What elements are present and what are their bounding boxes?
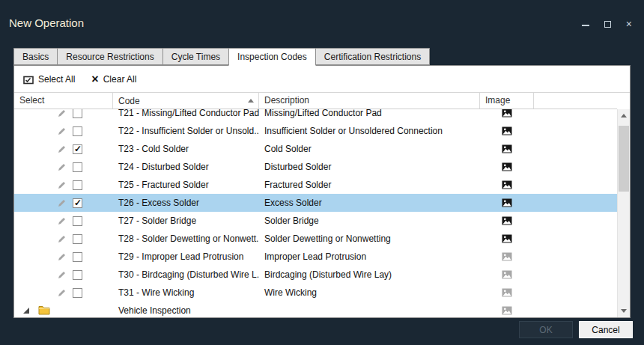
tab-certification-restrictions[interactable]: Certification Restrictions xyxy=(315,48,430,65)
maximize-icon xyxy=(604,21,611,28)
row-checkbox[interactable] xyxy=(73,162,82,172)
description-cell: Disturbed Solder xyxy=(259,162,480,172)
clear-all-icon: × xyxy=(91,74,98,85)
image-cell xyxy=(480,198,534,207)
select-cell xyxy=(14,288,113,298)
edit-pencil-icon xyxy=(57,270,67,280)
image-cell xyxy=(480,126,534,135)
column-header-code[interactable]: Code xyxy=(113,93,259,109)
vertical-scrollbar[interactable] xyxy=(617,109,630,317)
edit-pencil-icon xyxy=(57,288,67,298)
row-checkbox[interactable] xyxy=(73,252,82,262)
column-header-select[interactable]: Select xyxy=(14,93,113,109)
select-cell xyxy=(14,109,113,118)
window-controls: × xyxy=(582,19,632,29)
description-cell: Birdcaging (Disturbed Wire Lay) xyxy=(259,269,480,280)
minimize-icon xyxy=(582,25,589,26)
code-cell: T29 - Improper Lead Protrusion xyxy=(113,251,259,262)
code-cell: T27 - Solder Bridge xyxy=(113,216,259,226)
code-cell: T24 - Disturbed Solder xyxy=(113,162,259,172)
table-row[interactable]: T29 - Improper Lead Protrusion Improper … xyxy=(14,248,617,266)
table-row[interactable]: T21 - Missing/Lifted Conductor Pad Missi… xyxy=(14,109,617,122)
image-cell xyxy=(480,180,534,189)
image-icon xyxy=(502,180,512,189)
tab-basics[interactable]: Basics xyxy=(13,48,58,65)
image-icon xyxy=(502,252,512,261)
edit-pencil-icon xyxy=(57,144,67,154)
grid-header: Select Code Description Image xyxy=(14,93,617,109)
edit-pencil-icon xyxy=(57,109,67,118)
tab-inspection-codes[interactable]: Inspection Codes xyxy=(228,48,316,66)
description-cell: Missing/Lifted Conductor Pad xyxy=(259,109,480,118)
row-checkbox[interactable] xyxy=(73,270,82,280)
column-header-description[interactable]: Description xyxy=(259,93,480,109)
table-row[interactable]: T31 - Wire Wicking Wire Wicking xyxy=(14,284,617,302)
tab-cycle-times[interactable]: Cycle Times xyxy=(162,48,229,65)
edit-pencil-icon xyxy=(57,216,67,226)
tab-resource-restrictions[interactable]: Resource Restrictions xyxy=(57,48,162,65)
cancel-button[interactable]: Cancel xyxy=(579,321,633,338)
select-cell xyxy=(14,126,113,136)
select-cell xyxy=(14,162,113,172)
clear-all-button[interactable]: × Clear All xyxy=(91,74,136,85)
code-cell: T31 - Wire Wicking xyxy=(113,287,259,298)
scrollbar-thumb[interactable] xyxy=(619,126,629,192)
image-icon xyxy=(502,126,512,135)
image-cell xyxy=(480,234,534,243)
image-cell xyxy=(480,270,534,279)
select-all-button[interactable]: Select All xyxy=(23,74,75,85)
row-checkbox[interactable] xyxy=(73,216,82,226)
close-button[interactable]: × xyxy=(626,19,632,29)
image-icon xyxy=(502,216,512,225)
edit-pencil-icon xyxy=(57,162,67,172)
edit-pencil-icon xyxy=(57,252,67,262)
inspection-codes-panel: Select All × Clear All Select Code Descr… xyxy=(13,65,631,318)
scroll-up-button[interactable] xyxy=(618,109,630,122)
row-checkbox[interactable] xyxy=(73,234,82,244)
ok-button[interactable]: OK xyxy=(519,321,573,338)
code-cell: T26 - Excess Solder xyxy=(113,198,259,208)
row-checkbox[interactable] xyxy=(73,288,82,298)
group-expander-icon[interactable] xyxy=(23,308,29,314)
maximize-button[interactable] xyxy=(604,19,611,28)
grid-rows-viewport: T21 - Missing/Lifted Conductor Pad Missi… xyxy=(14,109,617,317)
table-row[interactable]: T28 - Solder Dewetting or Nonwett... Sol… xyxy=(14,230,617,248)
description-cell: Excess Solder xyxy=(259,198,480,208)
code-cell: T22 - Insufficient Solder or Unsold... xyxy=(113,126,259,136)
scroll-down-button[interactable] xyxy=(618,305,630,317)
table-row[interactable]: T22 - Insufficient Solder or Unsold... I… xyxy=(14,122,617,140)
row-checkbox[interactable] xyxy=(73,198,82,208)
description-cell: Solder Bridge xyxy=(259,216,480,226)
clear-all-label: Clear All xyxy=(103,74,137,85)
dialog-footer: OK Cancel xyxy=(519,321,633,338)
table-row[interactable]: T26 - Excess Solder Excess Solder xyxy=(14,194,617,212)
folder-icon xyxy=(38,305,50,315)
row-checkbox[interactable] xyxy=(73,144,82,154)
description-cell: Improper Lead Protrusion xyxy=(259,251,480,262)
description-cell: Wire Wicking xyxy=(259,287,480,298)
image-icon xyxy=(502,144,512,153)
table-row[interactable]: T30 - Birdcaging (Disturbed Wire L... Bi… xyxy=(14,266,617,284)
row-checkbox[interactable] xyxy=(73,109,82,118)
select-all-icon xyxy=(23,75,34,84)
row-checkbox[interactable] xyxy=(73,180,82,190)
select-cell xyxy=(14,180,113,190)
minimize-button[interactable] xyxy=(582,19,589,26)
column-header-image[interactable]: Image xyxy=(480,93,534,109)
code-cell: T21 - Missing/Lifted Conductor Pad xyxy=(113,109,259,118)
table-row[interactable]: T27 - Solder Bridge Solder Bridge xyxy=(14,212,617,230)
select-cell xyxy=(14,198,113,208)
table-row[interactable]: T23 - Cold Solder Cold Solder xyxy=(14,140,617,158)
edit-pencil-icon xyxy=(57,234,67,244)
row-checkbox[interactable] xyxy=(73,126,82,136)
select-cell xyxy=(14,216,113,226)
group-row-vehicle-inspection[interactable]: Vehicle Inspection xyxy=(14,302,617,317)
window-title: New Operation xyxy=(9,16,84,29)
scroll-down-icon xyxy=(621,309,627,313)
table-row[interactable]: T25 - Fractured Solder Fractured Solder xyxy=(14,176,617,194)
table-row[interactable]: T24 - Disturbed Solder Disturbed Solder xyxy=(14,158,617,176)
image-icon xyxy=(502,162,512,171)
grid-toolbar: Select All × Clear All xyxy=(14,66,630,93)
scroll-up-icon xyxy=(621,114,627,117)
select-all-label: Select All xyxy=(38,74,75,85)
